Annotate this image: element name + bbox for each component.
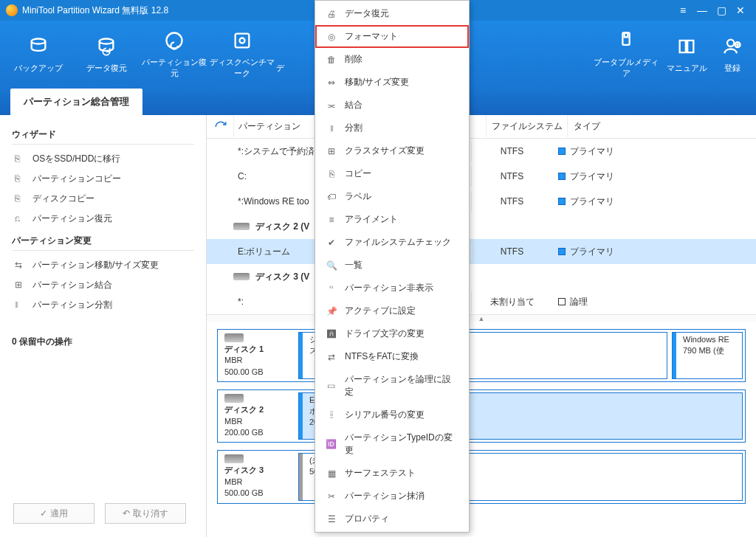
col-filesystem[interactable]: ファイルシステム bbox=[486, 116, 567, 137]
ctx-move-resize[interactable]: ⇔移動/サイズ変更 bbox=[315, 71, 469, 94]
close-button[interactable]: ✕ bbox=[731, 4, 750, 16]
ctx-surface-test[interactable]: ▦サーフェステスト bbox=[315, 462, 469, 485]
svg-rect-6 bbox=[625, 33, 628, 38]
sidebar-migrate-os[interactable]: ⎘OSをSSD/HDDに移行 bbox=[12, 149, 194, 169]
disk-icon bbox=[224, 333, 244, 342]
type-color-icon bbox=[558, 148, 566, 155]
space-analyzer-button[interactable]: デ bbox=[276, 36, 298, 74]
partition-row[interactable]: *:システムで予約済 41 MB 23.59 MB NTFS プライマリ bbox=[207, 139, 756, 164]
disk-icon bbox=[233, 223, 250, 230]
context-menu: 🖨データ復元 ◎フォーマット 🗑削除 ⇔移動/サイズ変更 ⫘結合 ⦀分割 ⊞クラ… bbox=[315, 0, 470, 533]
ctx-alignment[interactable]: ≡アライメント bbox=[315, 208, 469, 231]
sidebar-split[interactable]: ⦀パーティション分割 bbox=[12, 295, 194, 315]
disk-map-info: ディスク 1MBR500.00 GB bbox=[220, 332, 294, 379]
svg-point-0 bbox=[32, 38, 46, 44]
partition-list-header: パーティション 済 未使用 ファイルシステム タイプ bbox=[207, 115, 756, 139]
ctx-delete[interactable]: 🗑削除 bbox=[315, 48, 469, 71]
ctx-serial[interactable]: ⦙⦙シリアル番号の変更 bbox=[315, 403, 469, 426]
minimize-button[interactable]: — bbox=[693, 4, 712, 16]
partition-row-selected[interactable]: E:ボリューム 35 MB 199.90 GB NTFS プライマリ bbox=[207, 239, 756, 264]
partition-block[interactable]: Windows RE790 MB (使 bbox=[672, 332, 743, 379]
partition-row[interactable]: *: 0 B 500.00 GB 未割り当て 論理 bbox=[207, 289, 756, 314]
sidebar: ウィザード ⎘OSをSSD/HDDに移行 ⎘パーティションコピー ⎘ディスクコピ… bbox=[0, 115, 207, 537]
ctx-fs-check[interactable]: ✔ファイルシステムチェック bbox=[315, 231, 469, 254]
ctx-to-logical[interactable]: ▭パーティションを論理に設定 bbox=[315, 368, 469, 403]
ctx-split[interactable]: ⦀分割 bbox=[315, 117, 469, 139]
col-type[interactable]: タイプ bbox=[567, 116, 638, 137]
ctx-explore[interactable]: 🔍一覧 bbox=[315, 254, 469, 277]
sidebar-recover-partition[interactable]: ⎌パーティション復元 bbox=[12, 209, 194, 229]
register-button[interactable]: 登録 bbox=[713, 36, 752, 74]
ctx-copy[interactable]: ⎘コピー bbox=[315, 162, 469, 185]
partition-row[interactable]: *:Windows RE too 63 MB 777.37 MB NTFS プラ… bbox=[207, 189, 756, 214]
disk-benchmark-button[interactable]: ディスクベンチマーク bbox=[208, 30, 276, 79]
ctx-hide[interactable]: ᶥᶥパーティション非表示 bbox=[315, 277, 469, 299]
menu-icon[interactable]: ≡ bbox=[673, 4, 693, 16]
disk-header[interactable]: ディスク 2 (V200.00 GB) bbox=[207, 214, 756, 239]
ctx-cluster-size[interactable]: ⊞クラスタサイズ変更 bbox=[315, 139, 469, 162]
svg-point-1 bbox=[100, 38, 114, 44]
disk-icon bbox=[224, 454, 244, 463]
ctx-properties[interactable]: ☰プロパティ bbox=[315, 507, 469, 530]
svg-point-7 bbox=[727, 39, 734, 46]
disk-map: ディスク 1MBR500.00 GB シス Windows RE790 MB (… bbox=[207, 322, 756, 537]
main-panel: パーティション 済 未使用 ファイルシステム タイプ *:システムで予約済 41… bbox=[207, 115, 756, 537]
maximize-button[interactable]: ▢ bbox=[712, 4, 731, 16]
backup-button[interactable]: バックアップ bbox=[4, 36, 72, 74]
type-color-icon bbox=[558, 298, 566, 305]
sidebar-copy-partition[interactable]: ⎘パーティションコピー bbox=[12, 169, 194, 189]
refresh-icon[interactable] bbox=[214, 120, 227, 134]
sidebar-copy-disk[interactable]: ⎘ディスクコピー bbox=[12, 189, 194, 209]
type-color-icon bbox=[558, 198, 566, 205]
ctx-set-active[interactable]: 📌アクティブに設定 bbox=[315, 299, 469, 322]
ctx-change-letter[interactable]: 🅰ドライブ文字の変更 bbox=[315, 322, 469, 345]
sidebar-merge[interactable]: ⊞パーティション結合 bbox=[12, 275, 194, 295]
partition-row[interactable]: C: 24 GB 473.94 GB NTFS プライマリ bbox=[207, 164, 756, 189]
sidebar-move-resize[interactable]: ⇆パーティション移動/サイズ変更 bbox=[12, 255, 194, 275]
sidebar-category-wizard: ウィザード bbox=[12, 128, 194, 145]
disk-map-row[interactable]: ディスク 3MBR500.00 GB (未500 bbox=[217, 450, 746, 503]
ctx-data-recovery[interactable]: 🖨データ復元 bbox=[315, 2, 469, 25]
pending-operations: 0 保留中の操作 bbox=[12, 336, 194, 348]
ctx-wipe[interactable]: ✂パーティション抹消 bbox=[315, 485, 469, 507]
ctx-label[interactable]: 🏷ラベル bbox=[315, 185, 469, 208]
partition-recovery-button[interactable]: パーティション復元 bbox=[140, 30, 208, 79]
svg-point-4 bbox=[240, 38, 245, 44]
data-recovery-button[interactable]: データ復元 bbox=[72, 36, 140, 74]
disk-header[interactable]: ディスク 3 (V500.00 GB) bbox=[207, 264, 756, 289]
ctx-ntfs-to-fat[interactable]: ⇄NTFSをFATに変換 bbox=[315, 345, 469, 368]
ctx-merge[interactable]: ⫘結合 bbox=[315, 94, 469, 117]
tab-partition-management[interactable]: パーティション総合管理 bbox=[10, 89, 142, 115]
svg-point-2 bbox=[167, 33, 182, 49]
disk-map-row[interactable]: ディスク 1MBR500.00 GB シス Windows RE790 MB (… bbox=[217, 329, 746, 382]
bootable-media-button[interactable]: ブータブルメディア bbox=[592, 30, 660, 79]
type-color-icon bbox=[558, 173, 566, 180]
svg-rect-3 bbox=[236, 34, 250, 48]
disk-map-row[interactable]: ディスク 2MBR200.00 GB E:ボ200 bbox=[217, 389, 746, 443]
apply-button[interactable]: ✓ 適用 bbox=[13, 503, 94, 524]
manual-button[interactable]: マニュアル bbox=[660, 36, 713, 74]
app-logo-icon bbox=[6, 4, 18, 16]
type-color-icon bbox=[558, 248, 566, 255]
disk-icon bbox=[233, 273, 250, 280]
collapse-handle[interactable]: ▲ bbox=[207, 314, 756, 322]
disk-map-info: ディスク 3MBR500.00 GB bbox=[220, 453, 294, 500]
ctx-format[interactable]: ◎フォーマット bbox=[315, 25, 469, 48]
disk-icon bbox=[224, 394, 244, 403]
sidebar-category-partition-change: パーティション変更 bbox=[12, 235, 194, 251]
undo-button[interactable]: ↶ 取り消す bbox=[105, 503, 186, 524]
ctx-type-id[interactable]: 🆔パーティションTypeIDの変更 bbox=[315, 426, 469, 462]
disk-map-info: ディスク 2MBR200.00 GB bbox=[220, 392, 294, 440]
